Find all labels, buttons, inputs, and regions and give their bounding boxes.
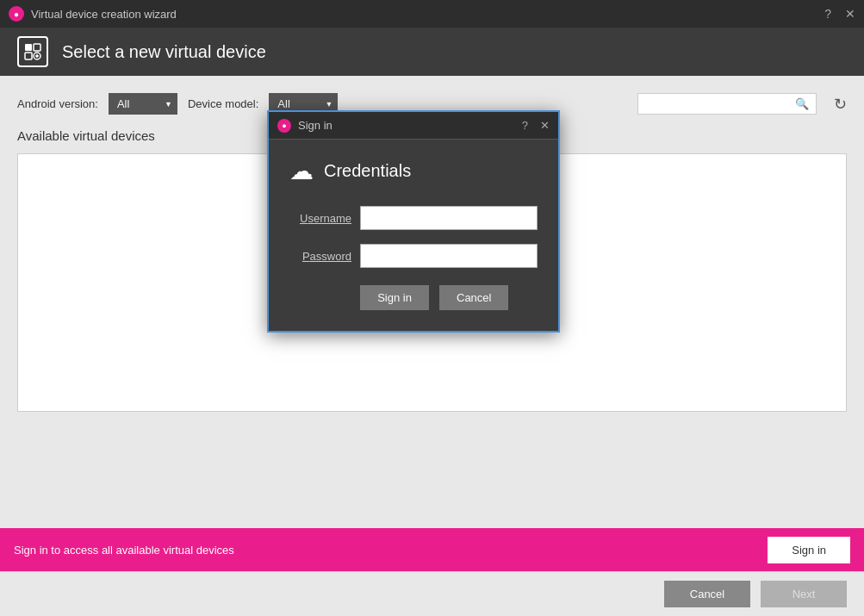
username-row: Username xyxy=(289,206,538,230)
username-label: Username xyxy=(289,212,351,225)
cancel-button[interactable]: Cancel xyxy=(664,581,750,607)
modal-titlebar: ● Sign in ? ✕ xyxy=(269,112,558,140)
close-icon[interactable]: ✕ xyxy=(845,7,855,21)
next-button: Next xyxy=(761,581,847,607)
main-content: Android version: All Device model: All 🔍… xyxy=(0,76,864,528)
modal-close-icon[interactable]: ✕ xyxy=(540,119,550,132)
svg-rect-2 xyxy=(25,53,32,59)
password-input[interactable] xyxy=(360,244,538,268)
svg-rect-1 xyxy=(34,44,40,51)
modal-body: ☁ Credentials Username Password xyxy=(269,140,558,331)
signin-bar: Sign in to access all available virtual … xyxy=(0,528,864,571)
page-title: Select a new virtual device xyxy=(62,42,266,62)
header-icon xyxy=(17,36,48,67)
modal-title: Sign in xyxy=(298,119,333,132)
svg-rect-0 xyxy=(25,44,32,51)
modal-overlay: ● Sign in ? ✕ ☁ Credentials User xyxy=(0,76,864,528)
titlebar-title: Virtual device creation wizard xyxy=(31,8,177,21)
titlebar-left: ● Virtual device creation wizard xyxy=(9,6,177,22)
help-icon[interactable]: ? xyxy=(824,7,831,21)
credentials-title: Credentials xyxy=(324,161,411,181)
modal-titlebar-left: ● Sign in xyxy=(277,119,333,133)
modal-help-icon[interactable]: ? xyxy=(522,119,528,132)
signin-modal: ● Sign in ? ✕ ☁ Credentials User xyxy=(267,110,560,333)
titlebar: ● Virtual device creation wizard ? ✕ xyxy=(0,0,864,28)
modal-cancel-button[interactable]: Cancel xyxy=(439,285,508,310)
titlebar-controls: ? ✕ xyxy=(824,7,855,21)
modal-header-section: ☁ Credentials xyxy=(289,157,538,185)
modal-titlebar-controls: ? ✕ xyxy=(522,119,550,132)
signin-bar-button[interactable]: Sign in xyxy=(768,537,850,563)
password-row: Password xyxy=(289,244,538,268)
app-icon: ● xyxy=(9,6,24,22)
action-bar: Cancel Next xyxy=(0,571,864,616)
modal-form-actions: Sign in Cancel xyxy=(289,285,538,310)
modal-app-icon: ● xyxy=(277,119,291,133)
header: Select a new virtual device xyxy=(0,28,864,76)
signin-bar-message: Sign in to access all available virtual … xyxy=(14,544,234,557)
cloud-icon: ☁ xyxy=(289,157,314,185)
modal-signin-button[interactable]: Sign in xyxy=(360,285,429,310)
password-label: Password xyxy=(289,250,351,263)
username-input[interactable] xyxy=(360,206,538,230)
